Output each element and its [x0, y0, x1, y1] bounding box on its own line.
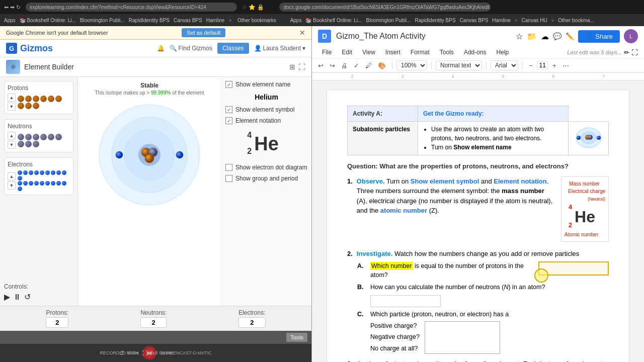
- q2c-answer-box[interactable]: [425, 321, 500, 354]
- show-group-period-checkbox[interactable]: [225, 175, 232, 182]
- electrons-up-button[interactable]: ▲: [8, 172, 16, 180]
- expand-doc-icon[interactable]: ⛶: [631, 49, 638, 56]
- activity-header-row: Activity A: Get the Gizmo ready:: [348, 106, 609, 122]
- edit-menu[interactable]: Edit: [338, 47, 356, 57]
- chat-icon[interactable]: 💬: [553, 32, 561, 40]
- helium-mini-svg: [574, 124, 604, 149]
- tools-menu[interactable]: Tools: [436, 47, 458, 57]
- show-element-name-item[interactable]: Show element name: [225, 81, 307, 88]
- canvas-bps-link2[interactable]: Canvas BPS: [460, 18, 489, 23]
- show-electron-dot-checkbox[interactable]: [225, 164, 232, 171]
- svg-point-8: [116, 151, 123, 158]
- gizmos-logo: G Gizmos: [6, 43, 53, 54]
- neutrons-row: ▲ ▼: [8, 132, 70, 149]
- neutron-dot-6: [55, 134, 62, 140]
- comment-icon[interactable]: ✏️: [566, 32, 574, 40]
- help-menu[interactable]: Help: [493, 47, 513, 57]
- show-element-symbol-ref: Show element symbol: [411, 177, 479, 185]
- user-avatar: L: [624, 29, 638, 43]
- paragraph-style-select[interactable]: Normal text: [436, 60, 482, 70]
- left-url: explorelearning.com/index.cfm?method=cRe…: [30, 5, 206, 10]
- canvas-bps-link[interactable]: Canvas BPS: [174, 18, 202, 23]
- close-prompt-button[interactable]: ✕: [299, 29, 305, 37]
- find-gizmos-link[interactable]: 🔍 Find Gizmos: [170, 45, 212, 52]
- star-icon[interactable]: ☆: [516, 32, 523, 41]
- element-notation-item[interactable]: Element notation: [225, 117, 307, 124]
- particles-sidebar: Protons ▲ ▼: [0, 77, 78, 306]
- undo-button[interactable]: ↩: [316, 61, 326, 70]
- q2a-content: Which number is equal to the number of p…: [370, 261, 609, 281]
- neutrons-down-button[interactable]: ▼: [8, 141, 16, 149]
- show-element-symbol-item[interactable]: Show element symbol: [225, 106, 307, 113]
- spellcheck-button[interactable]: ✓: [352, 61, 361, 70]
- fullscreen-icon[interactable]: ⛶: [142, 350, 147, 356]
- neutrons-up-button[interactable]: ▲: [8, 132, 16, 140]
- set-default-button[interactable]: Set as default: [182, 28, 225, 37]
- format-menu[interactable]: Format: [407, 47, 434, 57]
- q2b-answer-input[interactable]: [370, 295, 441, 307]
- show-element-name-checkbox[interactable]: [225, 81, 232, 88]
- last-edit: Last edit was 5 days...: [567, 49, 622, 55]
- bloomington-link2[interactable]: Bloomington Publi...: [366, 18, 411, 23]
- bookshelf-link2[interactable]: 📚 Bookshelf Online: Li...: [305, 18, 362, 23]
- redo-button[interactable]: ↪: [328, 61, 337, 70]
- bookshelf-link[interactable]: 📚 Bookshelf Online: Li...: [20, 18, 76, 23]
- folder-icon[interactable]: 📁: [527, 32, 537, 41]
- hamline-link[interactable]: Hamline: [206, 18, 225, 23]
- investigate-label: Investigate.: [357, 250, 393, 257]
- reset-button[interactable]: ↺: [24, 292, 31, 302]
- addons-menu[interactable]: Add-ons: [460, 47, 491, 57]
- font-select[interactable]: Arial: [491, 60, 518, 70]
- neutrons-count-label: Neutrons:: [140, 309, 167, 316]
- bloomington-link[interactable]: Bloomington Publi...: [80, 18, 125, 23]
- other-bookmarks2[interactable]: Other bookma...: [558, 18, 594, 23]
- q2a-answer-input[interactable]: [538, 261, 609, 276]
- rapididentity-link2[interactable]: RapidIdentity BPS: [415, 18, 455, 23]
- font-size-up-button[interactable]: +: [550, 61, 558, 70]
- doc-toolbar: D Gizmo_The Atom Activity ☆ 📁 ☁ 💬 ✏️ 👤 S…: [312, 26, 644, 73]
- share-button[interactable]: 👤 Share: [578, 30, 620, 43]
- protons-down-button[interactable]: ▼: [8, 103, 16, 111]
- gizmos-nav: 🔔 🔍 Find Gizmos Classes 👤 Laura Student …: [157, 43, 305, 54]
- insert-menu[interactable]: Insert: [381, 47, 405, 57]
- show-element-symbol-checkbox[interactable]: [225, 106, 232, 113]
- show-electron-dot-item[interactable]: Show electron dot diagram: [225, 164, 307, 171]
- protons-up-button[interactable]: ▲: [8, 94, 16, 102]
- format-button[interactable]: 🖊: [363, 61, 374, 70]
- question-1: 1. Mass number Electrical charge(Neutral…: [347, 176, 609, 244]
- get-gizmo-ready-label: Get the Gizmo ready:: [423, 110, 484, 117]
- neutral-charge-label: No charge at all?: [370, 344, 420, 353]
- hamline-link2[interactable]: Hamline: [492, 18, 511, 23]
- expand-button[interactable]: ⊞: [289, 63, 295, 71]
- fullscreen-button[interactable]: ⛶: [298, 63, 305, 71]
- electron-dot-2: [23, 170, 28, 175]
- play-button[interactable]: ▶: [4, 292, 10, 302]
- pause-button[interactable]: ⏸: [13, 293, 21, 302]
- view-menu[interactable]: View: [358, 47, 379, 57]
- file-menu[interactable]: File: [318, 47, 336, 57]
- electrons-down-button[interactable]: ▼: [8, 182, 16, 190]
- rapididentity-link[interactable]: RapidIdentity BPS: [129, 18, 170, 23]
- doc-title-actions: ☆ 📁 ☁ 💬 ✏️ 👤 Share L: [516, 29, 638, 43]
- show-element-symbol-label: Show element symbol: [235, 106, 294, 113]
- share-icon[interactable]: ⤴: [121, 350, 124, 356]
- zoom-select[interactable]: 100%: [396, 60, 427, 70]
- classes-button[interactable]: Classes: [217, 43, 249, 54]
- tools-button[interactable]: Tools: [286, 333, 307, 342]
- pencil-icon[interactable]: ✏: [624, 49, 629, 56]
- apps-link[interactable]: Apps: [4, 18, 16, 23]
- paint-format-button[interactable]: 🎨: [376, 61, 388, 70]
- font-size-down-button[interactable]: −: [527, 61, 535, 70]
- electron-dot-5: [40, 170, 44, 175]
- cloud-icon[interactable]: ☁: [541, 32, 549, 41]
- q2c-intro-text: Which particle (proton, neutron, or elec…: [370, 310, 509, 319]
- neutrons-count-value: 2: [140, 317, 167, 328]
- user-menu[interactable]: 👤 Laura Student ▾: [254, 45, 305, 52]
- element-notation-checkbox[interactable]: [225, 117, 232, 124]
- show-group-period-item[interactable]: Show group and period: [225, 175, 307, 182]
- print-button[interactable]: 🖨: [339, 61, 350, 70]
- canvas-hu-link[interactable]: Canvas HU: [522, 18, 547, 23]
- more-format-button[interactable]: ⋯: [560, 61, 571, 70]
- neutron-dot-1: [18, 134, 24, 140]
- electron-dot-17: [51, 181, 55, 186]
